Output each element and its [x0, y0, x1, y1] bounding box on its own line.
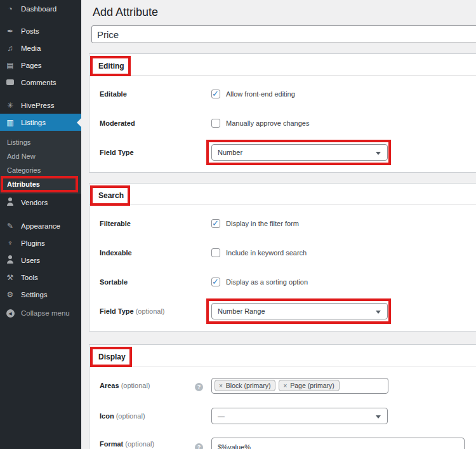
person-icon	[5, 255, 15, 265]
checkbox-label: Allow front-end editing	[226, 90, 295, 98]
listings-submenu: Listings Add New Categories Attributes	[0, 131, 81, 194]
sidebar-item-posts[interactable]: ✒ Posts	[0, 22, 81, 39]
checkbox-label: Manually approve changes	[226, 119, 309, 127]
dashboard-icon: ◔	[5, 4, 15, 13]
search-section: Search Filterable Display in the filter …	[89, 183, 476, 332]
submenu-item-categories[interactable]: Categories	[0, 163, 81, 177]
sidebar-item-pages[interactable]: ▤ Pages	[0, 57, 81, 74]
field-label: Sortable	[100, 278, 195, 286]
help-icon[interactable]: ?	[195, 443, 203, 449]
areas-multiselect[interactable]: × Block (primary) × Page (primary)	[211, 378, 388, 394]
form-row-filterable: Filterable Display in the filter form	[89, 209, 476, 238]
area-tag: × Block (primary)	[215, 380, 275, 391]
sidebar-item-dashboard[interactable]: ◔ Dashboard	[0, 0, 81, 17]
optional-hint: (optional)	[116, 412, 145, 420]
sidebar-item-label: Comments	[21, 79, 56, 86]
field-label: Moderated	[100, 119, 195, 127]
hivepress-icon: ✳	[5, 101, 15, 110]
sidebar-item-label: Users	[21, 257, 40, 264]
form-row-format: Format (optional) ?	[89, 431, 476, 449]
menu-separator	[0, 211, 81, 217]
sidebar-item-listings[interactable]: ▥ Listings	[0, 114, 81, 131]
sidebar-item-users[interactable]: Users	[0, 251, 81, 269]
sidebar-item-label: Plugins	[21, 239, 45, 247]
submenu-item-listings[interactable]: Listings	[0, 135, 81, 149]
form-row-indexable: Indexable Include in keyword search	[89, 238, 476, 267]
form-row-field-type-optional: Field Type (optional) Number Range	[89, 297, 476, 326]
field-type-select[interactable]: Number	[211, 144, 388, 161]
sidebar-item-label: Vendors	[21, 199, 48, 206]
help-icon[interactable]: ?	[195, 383, 203, 391]
media-icon: ♫	[5, 44, 15, 53]
remove-tag-icon[interactable]: ×	[219, 382, 223, 389]
field-label: Filterable	[100, 220, 195, 227]
optional-hint: (optional)	[125, 440, 154, 448]
editable-checkbox[interactable]	[211, 90, 220, 98]
brush-icon: ✎	[5, 222, 15, 231]
settings-icon: ⚙	[5, 290, 15, 299]
format-input[interactable]	[211, 438, 465, 449]
tools-icon: ⚒	[5, 273, 15, 282]
admin-menu: ◔ Dashboard ✒ Posts ♫ Media ▤ Pages Comm…	[0, 0, 81, 321]
sidebar-item-tools[interactable]: ⚒ Tools	[0, 269, 81, 286]
menu-separator	[0, 17, 81, 22]
form-row-editable: Editable Allow front-end editing	[89, 79, 476, 109]
sidebar-item-comments[interactable]: Comments	[0, 74, 81, 91]
filterable-checkbox[interactable]	[211, 219, 220, 228]
sidebar-item-label: Dashboard	[21, 5, 56, 13]
area-tag: × Page (primary)	[279, 380, 339, 391]
icon-select[interactable]: —	[211, 408, 388, 424]
sidebar-item-settings[interactable]: ⚙ Settings	[0, 286, 81, 303]
sidebar-item-label: Appearance	[21, 222, 60, 230]
section-header: Display	[89, 345, 476, 366]
form-row-icon: Icon (optional) —	[89, 401, 476, 431]
listings-icon: ▥	[5, 118, 15, 127]
checkbox-label: Display as a sorting option	[226, 278, 308, 286]
sidebar-item-label: Posts	[21, 27, 39, 35]
sidebar-item-label: Tools	[21, 274, 38, 281]
field-label: Field Type	[100, 149, 195, 156]
page-title: Add Attribute	[93, 6, 476, 18]
sortable-checkbox[interactable]	[211, 278, 220, 286]
sidebar-item-label: HivePress	[21, 102, 54, 109]
form-row-areas: Areas (optional) ? × Block (primary) ×	[89, 370, 476, 401]
remove-tag-icon[interactable]: ×	[283, 382, 287, 389]
moderated-checkbox[interactable]	[211, 119, 220, 128]
menu-separator	[0, 91, 81, 97]
comment-bubble-icon	[5, 78, 15, 87]
sidebar-item-label: Collapse menu	[21, 309, 70, 317]
collapse-menu-button[interactable]: ◀ Collapse menu	[0, 304, 81, 321]
section-title-search: Search	[98, 191, 124, 201]
indexable-checkbox[interactable]	[211, 248, 220, 257]
optional-hint: (optional)	[136, 307, 165, 315]
display-section: Display Areas (optional) ? × B	[89, 344, 476, 449]
sidebar-item-plugins[interactable]: ♆ Plugins	[0, 234, 81, 251]
sidebar-item-label: Pages	[21, 62, 42, 69]
content-area: Add Attribute Editing Editable Allow fro…	[81, 0, 476, 449]
editing-section: Editing Editable Allow front-end editing…	[89, 53, 476, 173]
sidebar-item-hivepress[interactable]: ✳ HivePress	[0, 97, 81, 114]
sidebar-item-appearance[interactable]: ✎ Appearance	[0, 217, 81, 234]
search-field-type-select[interactable]: Number Range	[211, 303, 388, 319]
collapse-icon: ◀	[5, 308, 15, 318]
form-row-moderated: Moderated Manually approve changes	[89, 109, 476, 138]
submenu-item-add-new[interactable]: Add New	[0, 149, 81, 163]
attribute-name-input[interactable]	[91, 25, 476, 43]
checkbox-label: Include in keyword search	[226, 249, 307, 257]
field-label: Icon (optional)	[100, 412, 195, 420]
sidebar-item-media[interactable]: ♫ Media	[0, 39, 81, 57]
checkbox-label: Display in the filter form	[226, 220, 299, 227]
pin-icon: ✒	[5, 27, 15, 36]
form-row-sortable: Sortable Display as a sorting option	[89, 267, 476, 297]
person-icon	[5, 198, 15, 208]
section-title-editing: Editing	[98, 62, 124, 71]
form-row-field-type: Field Type Number	[89, 138, 476, 167]
submenu-item-attributes[interactable]: Attributes	[0, 177, 81, 191]
sidebar-item-vendors[interactable]: Vendors	[0, 194, 81, 211]
field-label: Editable	[100, 90, 195, 98]
section-header: Search	[89, 184, 476, 205]
field-label: Field Type (optional)	[100, 307, 195, 315]
sidebar-item-label: Media	[21, 44, 41, 52]
sidebar-item-label: Settings	[21, 291, 48, 298]
optional-hint: (optional)	[121, 382, 150, 389]
